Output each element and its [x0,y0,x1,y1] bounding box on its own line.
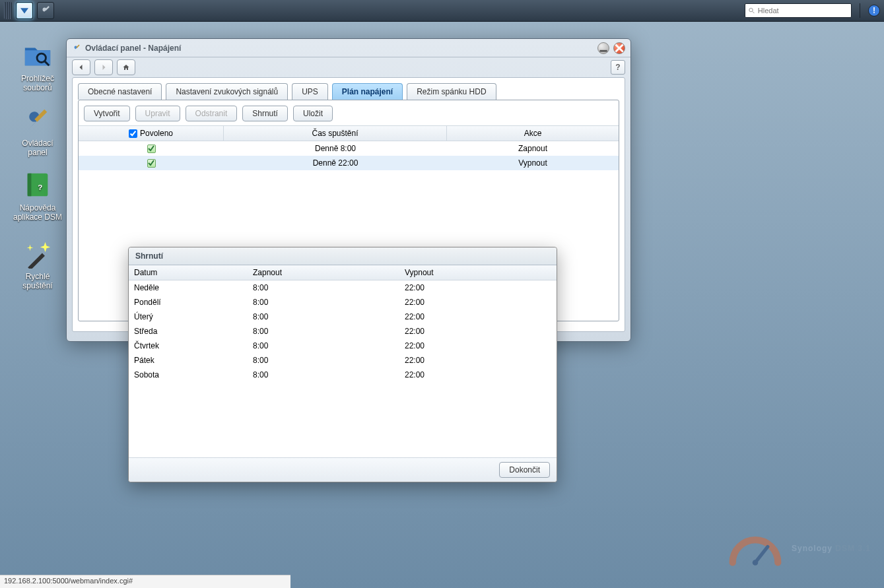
cell-off: 22:00 [399,310,557,324]
col-action[interactable]: Akce [447,125,619,141]
summary-row: Sobota8:0022:00 [129,368,557,382]
cell-on: 8:00 [248,324,399,339]
window-titlebar[interactable]: Ovládací panel - Napájení [67,39,630,57]
col-off: Vypnout [399,265,557,280]
cell-on: 8:00 [248,310,399,324]
wand-icon [22,238,53,269]
dialog-title[interactable]: Shrnutí [129,247,557,265]
table-row[interactable]: Denně 8:00Zapnout [79,141,619,156]
taskbar-tools-button[interactable] [37,2,54,19]
svg-marker-12 [27,245,34,251]
svg-marker-0 [20,8,28,13]
summary-row: Středa8:0022:00 [129,324,557,339]
cell-day: Pondělí [129,295,248,310]
window-nav-toolbar: ? [67,57,630,77]
svg-point-16 [753,560,759,566]
window-minimize-button[interactable] [597,42,609,54]
show-desktop-button[interactable] [16,2,33,19]
nav-back-button[interactable] [72,59,90,75]
desktop-icon-label: Nápověda aplikace DSM [8,203,67,222]
summary-button[interactable]: Shrnutí [242,106,288,121]
folder-search-icon [22,40,53,71]
col-date: Datum [129,265,248,280]
svg-rect-14 [599,49,607,51]
cell-day: Sobota [129,368,248,382]
tab-hdd-hibernation[interactable]: Režim spánku HDD [407,83,496,100]
summary-dialog: Shrnutí Datum Zapnout Vypnout Neděle8:00… [128,247,557,482]
summary-row: Neděle8:0022:00 [129,280,557,295]
enabled-checkbox[interactable] [147,159,156,168]
window-title: Ovládací panel - Napájení [85,44,594,53]
desktop-icon-quickstart[interactable]: Rychlé spuštění [8,238,67,290]
taskbar-grip[interactable] [4,2,12,19]
delete-button[interactable]: Odstranit [186,106,238,121]
search-input[interactable] [758,7,848,15]
cell-day: Pátek [129,353,248,368]
nav-forward-button[interactable] [94,59,113,75]
help-button[interactable]: ? [611,60,625,75]
select-all-checkbox[interactable] [129,129,137,138]
gauge-icon [726,529,785,568]
dialog-header: Datum Zapnout Vypnout [129,265,557,280]
svg-marker-11 [40,242,50,252]
col-on: Zapnout [248,265,399,280]
summary-row: Čtvrtek8:0022:00 [129,339,557,353]
cell-off: 22:00 [399,280,557,295]
table-row[interactable]: Denně 22:00Vypnout [79,156,619,170]
desktop-icon-label: Prohlížeč souborů [8,74,67,92]
desktop-icon-label: Rychlé spuštění [8,272,67,290]
desktop-icon-help[interactable]: ? Nápověda aplikace DSM [8,169,67,222]
cell-day: Čtvrtek [129,339,248,353]
dialog-body: Neděle8:0022:00Pondělí8:0022:00Úterý8:00… [129,280,557,457]
desktop-icon-label: Ovládací panel [8,139,67,157]
cell-time: Denně 8:00 [224,144,447,153]
window-app-icon [72,44,81,53]
separator [860,3,860,18]
edit-button[interactable]: Upravit [135,106,180,121]
tab-general[interactable]: Obecné nastavení [78,83,162,100]
nav-home-button[interactable] [117,59,135,75]
tools-icon [22,105,53,135]
svg-line-15 [755,546,768,562]
cell-action: Vypnout [447,158,619,168]
cell-off: 22:00 [399,368,557,382]
search-icon [748,7,755,15]
dialog-footer: Dokončit [129,457,557,482]
create-button[interactable]: Vytvořit [84,106,130,121]
cell-day: Středa [129,324,248,339]
svg-text:?: ? [38,183,42,191]
col-enabled[interactable]: Povoleno [79,125,224,141]
desktop-icon-control-panel[interactable]: Ovládací panel [8,104,67,157]
svg-point-2 [749,8,753,11]
enabled-checkbox[interactable] [147,145,156,153]
tab-ups[interactable]: UPS [292,83,328,100]
cell-day: Neděle [129,280,248,295]
dialog-close-button[interactable]: Dokončit [499,462,550,478]
notification-icon[interactable]: ! [868,5,880,16]
summary-row: Pondělí8:0022:00 [129,295,557,310]
cell-time: Denně 22:00 [224,158,447,168]
tab-power-schedule[interactable]: Plán napájení [332,83,403,100]
summary-row: Pátek8:0022:00 [129,353,557,368]
cell-on: 8:00 [248,295,399,310]
taskbar: ! [0,0,884,22]
cell-off: 22:00 [399,295,557,310]
toolbar: Vytvořit Upravit Odstranit Shrnutí Uloži… [79,100,619,125]
window-close-button[interactable] [613,42,625,54]
cell-on: 8:00 [248,353,399,368]
desktop-icon-file-station[interactable]: Prohlížeč souborů [8,40,67,92]
help-book-icon: ? [22,170,53,200]
search-box[interactable] [745,3,852,18]
grid-header: Povoleno Čas spuštění Akce [79,125,619,141]
save-button[interactable]: Uložit [293,106,333,121]
cell-day: Úterý [129,310,248,324]
summary-row: Úterý8:0022:00 [129,310,557,324]
cell-on: 8:00 [248,368,399,382]
watermark: Synology DSM 3.1 [726,529,871,568]
cell-off: 22:00 [399,324,557,339]
cell-off: 22:00 [399,339,557,353]
tab-beep[interactable]: Nastavení zvukových signálů [166,83,288,100]
cell-off: 22:00 [399,353,557,368]
col-time[interactable]: Čas spuštění [224,125,447,141]
cell-on: 8:00 [248,280,399,295]
